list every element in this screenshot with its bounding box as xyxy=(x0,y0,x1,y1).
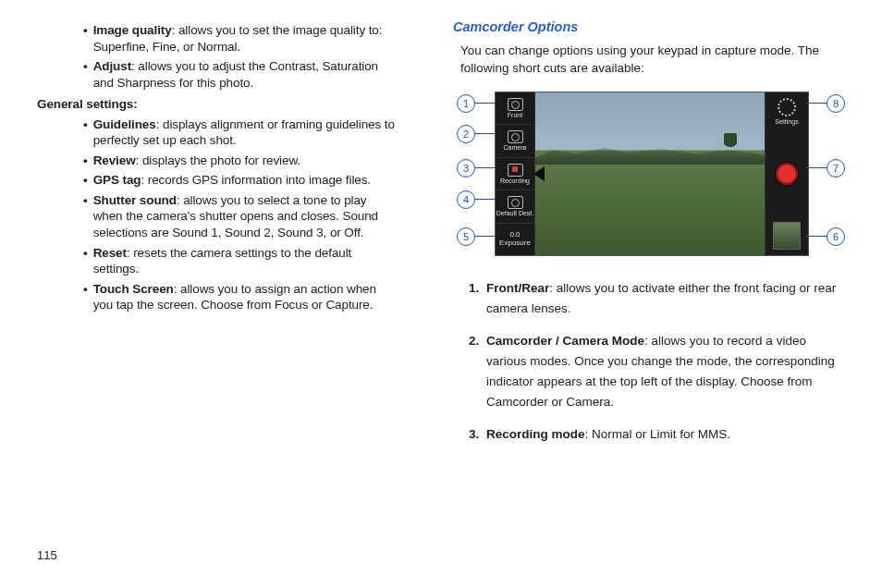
lead-line xyxy=(806,103,828,104)
item-label: GPS tag xyxy=(93,173,141,187)
callout-1: 1 xyxy=(457,94,475,113)
list-item: Camcorder / Camera Mode: allows you to r… xyxy=(483,331,845,413)
general-settings-items: • Guidelines: displays alignment or fram… xyxy=(37,116,398,313)
camcorder-options-heading: Camcorder Options xyxy=(453,18,845,36)
lead-line xyxy=(473,236,496,237)
callout-6: 6 xyxy=(827,227,845,246)
item-text: Shutter sound: allows you to select a to… xyxy=(93,192,398,241)
bullet-item: • GPS tag: records GPS information into … xyxy=(83,172,398,189)
item-text: Adjust: allows you to adjust the Contras… xyxy=(93,58,398,91)
item-label: Recording mode xyxy=(486,427,585,441)
camera-mode[interactable]: Camera xyxy=(496,125,534,157)
cell-label: Camera xyxy=(504,144,527,151)
general-settings-heading: General settings: xyxy=(37,96,398,113)
gear-icon xyxy=(778,98,796,116)
exposure-control[interactable]: 0.0 Exposure xyxy=(496,224,534,255)
item-label: Reset xyxy=(93,246,127,260)
cell-label: Front xyxy=(508,112,522,118)
item-desc: : Normal or Limit for MMS. xyxy=(585,427,731,441)
cell-label: Default Dest. xyxy=(496,210,533,216)
callout-5: 5 xyxy=(457,227,475,246)
list-item: Front/Rear: allows you to activate eithe… xyxy=(483,278,845,320)
list-item: Recording mode: Normal or Limit for MMS. xyxy=(483,424,845,445)
item-label: Shutter sound xyxy=(93,193,177,207)
settings-label: Settings xyxy=(775,118,798,125)
item-label: Adjust xyxy=(93,59,131,73)
item-label: Guidelines xyxy=(93,117,156,131)
bullet-icon: • xyxy=(83,281,88,313)
camcorder-viewport[interactable] xyxy=(535,92,765,255)
cell-label: Record​ing xyxy=(500,178,530,184)
item-desc: : displays the photo for review. xyxy=(136,153,300,167)
lead-line xyxy=(473,167,496,168)
camcorder-left-toolbar: Front Camera Record​ing Default Des xyxy=(496,92,535,255)
record-button[interactable] xyxy=(776,163,798,185)
front-rear-toggle[interactable]: Front xyxy=(496,92,534,125)
bullet-icon: • xyxy=(83,245,88,277)
left-column: • Image quality: allows you to set the i… xyxy=(37,18,398,456)
camcorder-right-toolbar: Settings xyxy=(765,92,808,255)
heading-text: General settings xyxy=(37,97,133,111)
camcorder-intro: You can change options using your keypad… xyxy=(460,42,845,78)
item-text: GPS tag: records GPS information into im… xyxy=(93,172,371,189)
two-column-layout: • Image quality: allows you to set the i… xyxy=(37,18,845,456)
camcorder-diagram: 1 2 3 4 5 8 7 6 xyxy=(457,91,845,262)
bullet-icon: • xyxy=(83,116,88,149)
default-destination[interactable]: Default Dest. xyxy=(496,190,534,223)
bullet-icon: • xyxy=(83,192,88,241)
item-label: Review xyxy=(93,153,136,167)
lead-line xyxy=(473,199,496,200)
bullet-item: • Reset: resets the camera settings to t… xyxy=(83,245,398,277)
lead-line xyxy=(473,103,496,104)
manual-page: • Image quality: allows you to set the i… xyxy=(0,0,882,588)
camera-switch-icon xyxy=(508,98,523,111)
bullet-icon: • xyxy=(83,58,88,91)
item-desc: : allows you to adjust the Contrast, Sat… xyxy=(93,59,378,90)
bullet-item: • Guidelines: displays alignment or fram… xyxy=(83,116,398,149)
item-label: Touch Screen xyxy=(93,282,174,296)
record-icon xyxy=(508,164,523,177)
callout-7: 7 xyxy=(827,159,845,178)
item-desc: : records GPS information into image fil… xyxy=(141,173,371,187)
bullet-item: • Image quality: allows you to set the i… xyxy=(83,22,398,55)
bullet-icon: • xyxy=(83,22,88,55)
item-text: Review: displays the photo for review. xyxy=(93,153,300,169)
lead-line xyxy=(806,167,828,168)
item-text: Image quality: allows you to set the ima… xyxy=(93,22,398,55)
bullet-icon: • xyxy=(83,153,88,169)
bullet-icon: • xyxy=(83,172,88,189)
cell-label: 0.0 Exposure xyxy=(496,231,534,247)
expand-arrow-icon[interactable] xyxy=(533,166,545,181)
gallery-thumbnail[interactable] xyxy=(773,222,801,250)
recording-mode[interactable]: Record​ing xyxy=(496,158,534,190)
colon: : xyxy=(133,97,137,111)
item-text: Reset: resets the camera settings to the… xyxy=(93,245,398,277)
item-desc: : resets the camera settings to the defa… xyxy=(93,246,352,276)
storage-icon xyxy=(508,196,523,209)
callout-8: 8 xyxy=(827,94,845,113)
callout-2: 2 xyxy=(457,125,475,143)
bullet-item: • Adjust: allows you to adjust the Contr… xyxy=(83,58,398,91)
lead-line xyxy=(473,133,496,134)
bullet-item: • Review: displays the photo for review. xyxy=(83,153,398,169)
callout-3: 3 xyxy=(457,159,475,178)
settings-items: • Image quality: allows you to set the i… xyxy=(37,22,398,91)
camera-icon xyxy=(508,130,523,143)
item-label: Image quality xyxy=(93,23,172,37)
bullet-item: • Touch Screen: allows you to assign an … xyxy=(83,281,398,313)
lead-line xyxy=(806,236,828,237)
settings-button[interactable]: Settings xyxy=(775,98,798,126)
bullet-item: • Shutter sound: allows you to select a … xyxy=(83,192,398,241)
item-text: Touch Screen: allows you to assign an ac… xyxy=(93,281,398,313)
camcorder-ui: Front Camera Record​ing Default Des xyxy=(496,92,808,255)
page-number: 115 xyxy=(37,548,57,562)
callout-4: 4 xyxy=(457,190,475,209)
item-label: Front/Rear xyxy=(486,281,549,295)
camcorder-options-list: Front/Rear: allows you to activate eithe… xyxy=(460,278,845,445)
item-text: Guidelines: displays alignment or framin… xyxy=(93,116,398,149)
right-column: Camcorder Options You can change options… xyxy=(453,18,845,456)
item-label: Camcorder / Camera Mode xyxy=(486,334,644,348)
